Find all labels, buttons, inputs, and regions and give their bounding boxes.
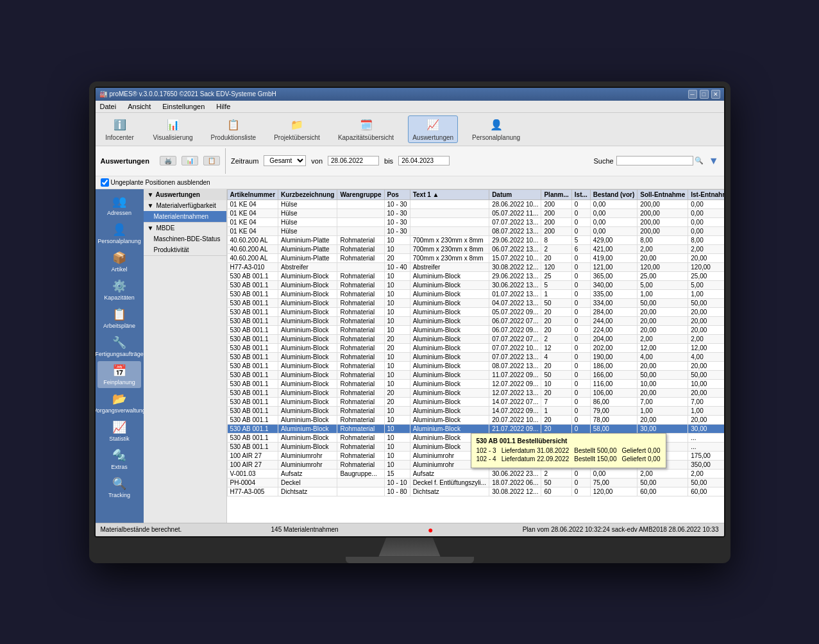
toolbar-infocenter[interactable]: ℹ️ Infocenter [101,116,139,142]
table-row[interactable]: H77-A3-005Dichtsatz10 - 80Dichtsatz30.08… [227,487,724,496]
maximize-button[interactable]: □ [700,90,709,99]
nav-kapazitaten[interactable]: ⚙️ Kapazitäten [97,276,141,303]
search-input[interactable] [616,156,693,165]
table-row[interactable]: PH-0004Deckel10 - 10Deckel f. Entlüftung… [227,478,724,487]
nav-statistik[interactable]: 📈 Statistik [97,418,141,445]
table-row[interactable]: 530 AB 001.1Aluminium-BlockRohmaterial10… [227,307,724,316]
table-row[interactable]: 01 KE 04Hülse10 - 3005.07.2022 11...2000… [227,208,724,217]
toolbar-kapazitat[interactable]: 🗓️ Kapazitätsübersicht [334,116,398,142]
nav-tracking[interactable]: 🔍 Tracking [97,474,141,501]
col-planm[interactable]: Planm... [541,189,571,199]
nav-kapazitaten-icon: ⚙️ [112,279,126,293]
export-table-button[interactable]: 📋 [203,156,220,165]
table-row[interactable]: V-001.03AufsatzBaugruppe...15Aufsatz30.0… [227,469,724,478]
popup-title: 530 AB 001.1 Bestellübersicht [477,437,661,445]
toolbar-auswertungen[interactable]: 📈 Auswertungen [408,115,458,143]
toolbar-projektubersicht[interactable]: 📁 Projektübersicht [270,116,324,142]
nav-kapazitaten-label: Kapazitäten [104,294,135,301]
close-button[interactable]: ✕ [711,90,720,99]
nav-adressen[interactable]: 👥 Adressen [97,192,141,219]
personal-icon: 👤 [489,117,504,133]
materialentnahmen-label: Materialentnahmen [154,213,209,220]
nav-feinplanung[interactable]: 📅 Feinplanung [97,361,141,388]
nav-artikel-icon: 📦 [112,251,126,265]
status-center: ● [428,525,433,535]
bis-date-input[interactable] [398,156,450,165]
toolbar-personal[interactable]: 👤 Personalplanung [468,116,524,142]
ungeplante-checkbox[interactable] [101,178,109,187]
von-date-input[interactable] [328,156,379,165]
zeitraum-label: Zeitraum [231,157,258,165]
col-soll-entnahme[interactable]: Soll-Entnahme [637,189,688,199]
nav-fertigungsauftrage[interactable]: 🔧 Fertigungsaufträge [97,333,141,360]
col-ist[interactable]: Ist... [571,189,590,199]
main-area: 👥 Adressen 👤 Personalplanung 📦 Artikel ⚙… [96,189,724,523]
table-row[interactable]: 530 AB 001.1Aluminium-BlockRohmaterial10… [227,406,724,415]
breadcrumb-auswertungen: Auswertungen [101,157,149,165]
col-datum[interactable]: Datum [489,189,541,199]
print-button[interactable]: 🖨️ [160,156,176,165]
popup-row-1: 102 - 3 Lieferdatum 31.08.2022 Bestellt … [477,447,661,454]
nav-extras[interactable]: 🔩 Extras [97,446,141,473]
table-row[interactable]: 530 AB 001.1Aluminium-BlockRohmaterial10… [227,370,724,379]
table-row[interactable]: 530 AB 001.1Aluminium-BlockRohmaterial10… [227,379,724,388]
tree-maschinen-bde[interactable]: Maschinen-BDE-Status [144,233,226,244]
nav-personal[interactable]: 👤 Personalplanung [97,220,141,247]
table-row[interactable]: 530 AB 001.1Aluminium-BlockRohmaterial10… [227,280,724,289]
col-warengruppe[interactable]: Warengruppe [337,189,384,199]
menu-ansicht[interactable]: Ansicht [126,102,153,111]
produktivitat-label: Produktivität [154,246,189,253]
search-icon[interactable]: 🔍 [695,157,704,165]
table-row[interactable]: 530 AB 001.1Aluminium-BlockRohmaterial10… [227,361,724,370]
table-row[interactable]: 530 AB 001.1Aluminium-BlockRohmaterial20… [227,343,724,352]
tree-materialverfugbarkeit[interactable]: ▼ Materialverfügbarkeit [144,200,226,211]
tree-mbde[interactable]: ▼ MBDE [144,223,226,233]
table-row[interactable]: 01 KE 04Hülse10 - 3028.06.2022 10...2000… [227,199,724,208]
filter-toolbar: Ungeplante Positionen ausblenden [96,176,724,189]
table-row[interactable]: 530 AB 001.1Aluminium-BlockRohmaterial10… [227,415,724,424]
table-row[interactable]: 530 AB 001.1Aluminium-BlockRohmaterial10… [227,352,724,361]
menu-hilfe[interactable]: Hilfe [214,102,232,111]
filter-icon[interactable]: ▼ [709,155,719,167]
col-bestand-vor[interactable]: Bestand (vor) [590,189,637,199]
export-chart-button[interactable]: 📊 [182,156,198,165]
table-row[interactable]: 40.60.200 ALAluminium-PlatteRohmaterial1… [227,244,724,253]
ungeplante-checkbox-label[interactable]: Ungeplante Positionen ausblenden [101,178,210,187]
popup-row2-geliefert: Geliefert 0,00 [621,455,660,462]
col-kurzbezeichnung[interactable]: Kurzbezeichnung [278,189,337,199]
col-artikelnummer[interactable]: Artikelnummer [227,189,278,199]
table-row[interactable]: 530 AB 001.1Aluminium-BlockRohmaterial10… [227,325,724,334]
col-ist-entnahme[interactable]: Ist-Entnahme [688,189,724,199]
nav-artikel-label: Artikel [111,266,127,273]
table-row[interactable]: 530 AB 001.1Aluminium-BlockRohmaterial10… [227,271,724,280]
zeitraum-select[interactable]: Gesamt Monat Woche [264,155,306,166]
nav-arbeitsplane[interactable]: 📋 Arbeitspläne [97,305,141,332]
minimize-button[interactable]: ─ [688,90,697,99]
table-row[interactable]: 40.60.200 ALAluminium-PlatteRohmaterial2… [227,253,724,262]
table-row[interactable]: 530 AB 001.1Aluminium-BlockRohmaterial10… [227,289,724,298]
table-row[interactable]: H77-A3-010Abstreifer10 - 40Abstreifer30.… [227,262,724,271]
toolbar-visualisierung[interactable]: 📊 Visualisierung [149,116,197,142]
table-row[interactable]: 530 AB 001.1Aluminium-BlockRohmaterial10… [227,298,724,307]
title-bar: 🏭 proMES® v.3.0.0.17650 ©2021 Sack EDV-S… [96,88,724,101]
nav-artikel[interactable]: 📦 Artikel [97,248,141,275]
table-row[interactable]: 01 KE 04Hülse10 - 3008.07.2022 13...2000… [227,226,724,235]
toolbar-produktionsliste[interactable]: 📋 Produktionsliste [207,116,260,142]
tree-produktivitat[interactable]: Produktivität [144,244,226,255]
menu-datei[interactable]: Datei [98,102,119,111]
col-pos[interactable]: Pos [384,189,410,199]
mbde-section: ▼ MBDE Maschinen-BDE-Status Produktivitä… [144,223,226,256]
tree-materialentnahmen[interactable]: Materialentnahmen [144,211,226,222]
table-row[interactable]: 530 AB 001.1Aluminium-BlockRohmaterial10… [227,424,724,433]
menu-einstellungen[interactable]: Einstellungen [160,102,207,111]
table-row[interactable]: 40.60.200 ALAluminium-PlatteRohmaterial1… [227,235,724,244]
status-count: 145 Materialentnahmen [271,526,339,533]
table-row[interactable]: 01 KE 04Hülse10 - 3007.07.2022 13...2000… [227,217,724,226]
table-row[interactable]: 530 AB 001.1Aluminium-BlockRohmaterial20… [227,397,724,406]
nav-vorgangsverwaltung[interactable]: 📂 Vorgangsverwaltung [97,389,141,416]
table-row[interactable]: 530 AB 001.1Aluminium-BlockRohmaterial20… [227,388,724,397]
table-row[interactable]: 530 AB 001.1Aluminium-BlockRohmaterial10… [227,316,724,325]
nav-personal-label: Personalplanung [97,238,141,244]
col-text1[interactable]: Text 1 ▲ [410,189,489,199]
table-row[interactable]: 530 AB 001.1Aluminium-BlockRohmaterial20… [227,334,724,343]
